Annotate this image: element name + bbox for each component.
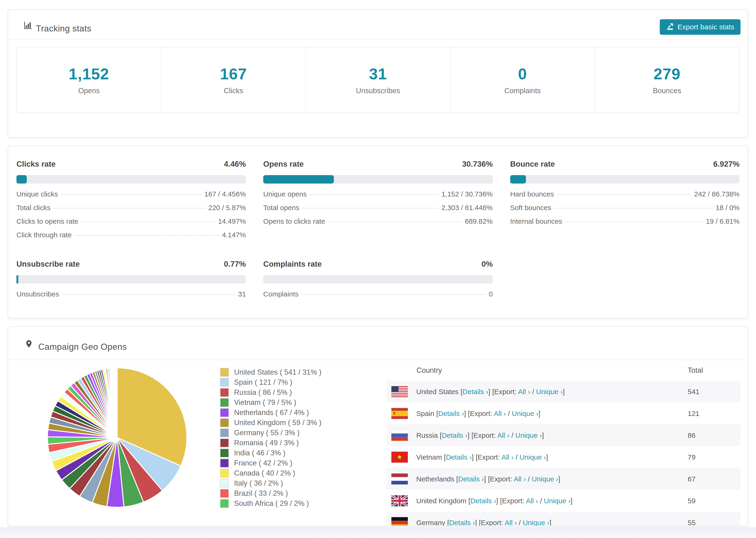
- bracket: ]: [546, 453, 548, 461]
- export-all-link-netherlands[interactable]: All ›: [514, 475, 526, 483]
- legend-swatch-spain: [220, 378, 229, 387]
- rate-row-value: 4.147%: [222, 231, 246, 239]
- bracket: [: [447, 519, 449, 526]
- legend-label: Canada ( 40 / 2% ): [234, 469, 295, 477]
- export-all-link-united-kingdom[interactable]: All ›: [526, 497, 538, 505]
- export-prefix-label: Export:: [502, 497, 526, 505]
- rates-grid: Clicks rate4.46%Unique clicks167 / 4.456…: [17, 160, 739, 304]
- export-all-link-germany[interactable]: All ›: [505, 519, 517, 526]
- campaign-geo-opens-card: Campaign Geo Opens United States ( 541 /…: [8, 326, 748, 526]
- export-all-link-united-states[interactable]: All ›: [518, 388, 530, 396]
- bracket: ] [: [464, 409, 470, 417]
- legend-swatch-italy: [220, 479, 229, 488]
- flag-de-icon: [391, 517, 408, 526]
- stat-label-clicks: Clicks: [224, 86, 243, 95]
- rate-row-label: Total opens: [263, 204, 299, 212]
- link-separator: /: [506, 409, 512, 417]
- bar-chart-icon: [23, 20, 33, 32]
- export-unique-link-united-states[interactable]: Unique ›: [536, 388, 563, 396]
- rate-row-value: 18 / 0%: [716, 204, 739, 212]
- geo-row-country-cell: Netherlands [Details ›] [Export: All › /…: [387, 473, 688, 484]
- legend-label: Italy ( 36 / 2% ): [234, 479, 283, 488]
- legend-swatch-canada: [220, 469, 229, 478]
- geo-section-title: Campaign Geo Opens: [38, 342, 127, 352]
- export-prefix-label: Export:: [477, 453, 502, 461]
- details-link-united-kingdom[interactable]: Details ›: [470, 497, 496, 505]
- export-basic-stats-button[interactable]: Export basic stats: [660, 19, 740, 35]
- bracket: ]: [538, 409, 540, 417]
- geo-row-total-cell: 541: [688, 388, 740, 396]
- rate-row-value: 2,303 / 61.446%: [441, 204, 493, 212]
- legend-item-france: France ( 42 / 2% ): [220, 458, 321, 468]
- export-all-link-spain[interactable]: All ›: [494, 409, 506, 417]
- legend-label: United Kingdom ( 59 / 3% ): [234, 418, 321, 427]
- rate-panel-head-opens-rate: Opens rate30.736%: [263, 160, 493, 169]
- rate-row-value: 242 / 86.738%: [694, 190, 739, 198]
- rate-rows-complaints-rate: Complaints0: [263, 290, 493, 304]
- details-link-russia[interactable]: Details ›: [442, 431, 467, 439]
- progress-track-bounce-rate: [510, 175, 739, 184]
- export-unique-link-germany[interactable]: Unique ›: [523, 519, 549, 526]
- export-all-link-russia[interactable]: All ›: [497, 431, 510, 439]
- progress-track-clicks-rate: [17, 175, 246, 184]
- legend-swatch-vietnam: [220, 398, 229, 407]
- map-pin-icon: [25, 339, 33, 351]
- rate-row-value: 19 / 6.81%: [706, 217, 739, 225]
- export-prefix-label: Export:: [494, 388, 518, 396]
- geo-table-row-russia: Russia [Details ›] [Export: All › / Uniq…: [387, 424, 740, 446]
- export-prefix-label: Export:: [490, 475, 514, 483]
- rate-row-clicks-to-opens-rate: Clicks to opens rate14.497%: [17, 217, 246, 231]
- dotted-leader: [53, 208, 205, 208]
- progress-fill-clicks-rate: [17, 175, 27, 184]
- progress-fill-opens-rate: [263, 175, 334, 184]
- export-unique-link-vietnam[interactable]: Unique ›: [519, 453, 546, 461]
- rate-rows-unsubscribe-rate: Unsubscribes31: [17, 290, 246, 304]
- dotted-leader: [75, 235, 219, 236]
- rate-row-total-opens: Total opens2,303 / 61.446%: [263, 204, 493, 217]
- rate-value-bounce-rate: 6.927%: [713, 160, 739, 169]
- link-separator: /: [514, 453, 519, 461]
- rate-row-label: Complaints: [263, 290, 298, 298]
- rate-panel-head-bounce-rate: Bounce rate6.927%: [510, 160, 739, 169]
- export-icon: [666, 22, 674, 32]
- geo-row-total-cell: 55: [688, 519, 740, 526]
- bracket: ] [: [488, 388, 494, 396]
- details-link-netherlands[interactable]: Details ›: [458, 475, 484, 483]
- export-unique-link-united-kingdom[interactable]: Unique ›: [544, 497, 570, 505]
- rate-row-total-clicks: Total clicks220 / 5.87%: [17, 204, 246, 217]
- geo-row-text: Germany [Details ›] [Export: All › / Uni…: [416, 519, 551, 526]
- export-unique-link-netherlands[interactable]: Unique ›: [532, 475, 558, 483]
- progress-fill-unsubscribe-rate: [17, 275, 18, 284]
- rate-title-opens-rate: Opens rate: [263, 160, 303, 169]
- details-link-germany[interactable]: Details ›: [449, 519, 475, 526]
- link-separator: /: [510, 431, 515, 439]
- legend-swatch-germany: [220, 428, 229, 437]
- rate-row-value: 220 / 5.87%: [208, 204, 246, 212]
- country-name: Russia: [416, 431, 440, 439]
- flag-ru-icon: [391, 430, 408, 441]
- details-link-spain[interactable]: Details ›: [438, 409, 464, 417]
- details-link-united-states[interactable]: Details ›: [462, 388, 488, 396]
- rate-rows-bounce-rate: Hard bounces242 / 86.738%Soft bounces18 …: [510, 190, 739, 231]
- tracking-stats-card: Tracking stats Export basic stats 1,152O…: [8, 9, 748, 137]
- legend-label: India ( 46 / 3% ): [234, 449, 286, 457]
- export-unique-link-spain[interactable]: Unique ›: [512, 409, 538, 417]
- details-link-vietnam[interactable]: Details ›: [446, 453, 472, 461]
- flag-gb-icon: [391, 495, 408, 506]
- page-title: Tracking stats: [36, 24, 91, 33]
- pie-slice-other-40[interactable]: [117, 368, 117, 438]
- geo-table-row-netherlands: Netherlands [Details ›] [Export: All › /…: [387, 468, 740, 490]
- dotted-leader: [557, 194, 691, 195]
- rate-rows-clicks-rate: Unique clicks167 / 4.456%Total clicks220…: [17, 190, 246, 244]
- rate-row-click-through-rate: Click through rate4.147%: [17, 231, 246, 244]
- geo-table-header-row: Country Total: [387, 360, 740, 381]
- export-unique-link-russia[interactable]: Unique ›: [515, 431, 542, 439]
- dotted-leader: [81, 222, 215, 222]
- stat-value-unsubscribes: 31: [369, 65, 387, 83]
- export-all-link-vietnam[interactable]: All ›: [502, 453, 514, 461]
- stat-label-opens: Opens: [78, 86, 99, 95]
- country-name: Vietnam: [416, 453, 444, 461]
- geo-row-total-cell: 121: [688, 409, 740, 418]
- legend-item-vietnam: Vietnam ( 79 / 5% ): [220, 398, 321, 407]
- country-name: Spain: [416, 409, 436, 417]
